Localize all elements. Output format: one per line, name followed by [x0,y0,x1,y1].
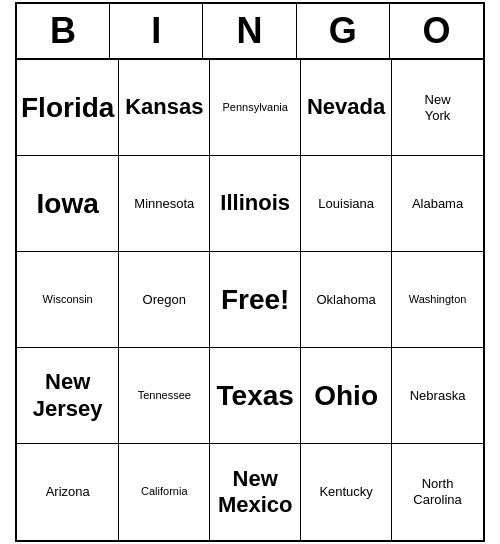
cell-3-4: Nebraska [392,348,483,444]
cell-label: Wisconsin [43,293,93,306]
cell-3-1: Tennessee [119,348,210,444]
cell-4-4: North Carolina [392,444,483,540]
cell-label: North Carolina [413,476,461,507]
cell-label: Nevada [307,94,385,120]
cell-label: Kansas [125,94,203,120]
header-letter: I [110,4,203,58]
cell-1-1: Minnesota [119,156,210,252]
cell-label: Oregon [143,292,186,308]
cell-label: Nebraska [410,388,466,404]
cell-label: Kentucky [319,484,372,500]
header-letter: G [297,4,390,58]
cell-label: Tennessee [138,389,191,402]
cell-0-3: Nevada [301,60,392,156]
cell-label: Minnesota [134,196,194,212]
cell-label: Arizona [46,484,90,500]
cell-2-2: Free! [210,252,301,348]
cell-label: Oklahoma [317,292,376,308]
cell-label: Pennsylvania [222,101,287,114]
cell-0-1: Kansas [119,60,210,156]
cell-3-2: Texas [210,348,301,444]
cell-4-2: New Mexico [210,444,301,540]
bingo-card: BINGO FloridaKansasPennsylvaniaNevadaNew… [15,2,485,542]
cell-1-4: Alabama [392,156,483,252]
cell-1-3: Louisiana [301,156,392,252]
cell-3-0: New Jersey [17,348,119,444]
cell-label: Alabama [412,196,463,212]
cell-3-3: Ohio [301,348,392,444]
cell-1-2: Illinois [210,156,301,252]
header-letter: N [203,4,296,58]
cell-label: New Jersey [33,369,103,422]
cell-label: Texas [217,379,294,413]
cell-label: Ohio [314,379,378,413]
header-letter: B [17,4,110,58]
cell-4-3: Kentucky [301,444,392,540]
cell-2-1: Oregon [119,252,210,348]
cell-4-1: California [119,444,210,540]
cell-4-0: Arizona [17,444,119,540]
cell-0-0: Florida [17,60,119,156]
cell-label: Iowa [37,187,99,221]
cell-label: Free! [221,283,289,317]
cell-label: California [141,485,187,498]
cell-2-3: Oklahoma [301,252,392,348]
bingo-grid: FloridaKansasPennsylvaniaNevadaNew YorkI… [17,60,483,540]
cell-label: Illinois [220,190,290,216]
cell-2-0: Wisconsin [17,252,119,348]
cell-label: Washington [409,293,467,306]
cell-2-4: Washington [392,252,483,348]
cell-label: New York [425,92,451,123]
cell-1-0: Iowa [17,156,119,252]
cell-0-4: New York [392,60,483,156]
cell-label: Florida [21,91,114,125]
cell-label: New Mexico [218,466,293,519]
cell-0-2: Pennsylvania [210,60,301,156]
bingo-header: BINGO [17,4,483,60]
header-letter: O [390,4,483,58]
cell-label: Louisiana [318,196,374,212]
